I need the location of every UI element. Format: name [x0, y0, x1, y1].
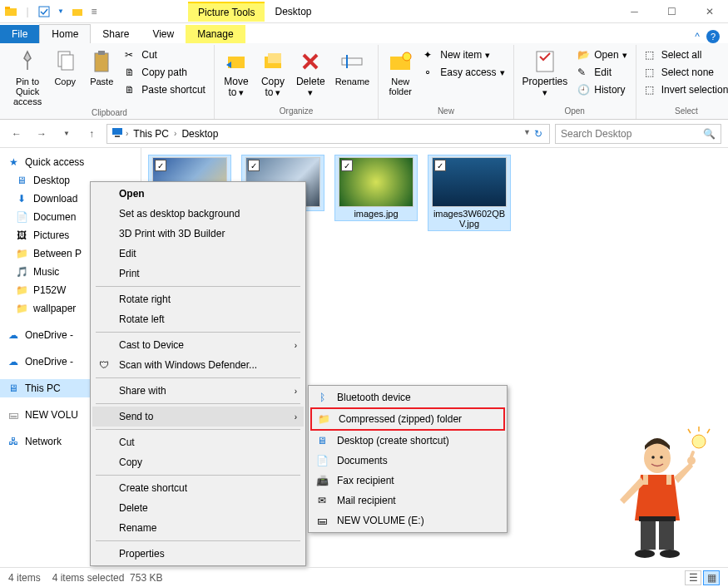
separator: [96, 286, 300, 287]
chevron-icon[interactable]: ›: [126, 129, 128, 138]
menu-create-shortcut[interactable]: Create shortcut: [92, 478, 304, 498]
menu-defender[interactable]: 🛡Scan with Windows Defender...: [92, 355, 304, 375]
up-button[interactable]: ↑: [82, 124, 102, 144]
history-button[interactable]: 🕘History: [574, 81, 630, 98]
menu-rotate-left[interactable]: Rotate left: [92, 309, 304, 329]
file-item[interactable]: ✓ images.jpg: [334, 155, 418, 221]
dropdown-icon[interactable]: ▼: [53, 4, 68, 19]
open-button[interactable]: 📂Open ▾: [574, 47, 630, 63]
sidebar-quick-access[interactable]: ★Quick access: [0, 153, 141, 171]
menu-share-with[interactable]: Share with›: [92, 381, 304, 401]
sendto-fax[interactable]: 📠Fax recipient: [310, 471, 505, 491]
tab-home[interactable]: Home: [39, 24, 91, 43]
network-icon: 🖧: [7, 435, 20, 448]
checkbox-icon[interactable]: [37, 4, 52, 19]
menu-edit[interactable]: Edit: [92, 244, 304, 264]
folder-icon[interactable]: [3, 4, 18, 19]
menu-send-to[interactable]: Send to›: [92, 407, 304, 427]
path-icon: 🗎: [125, 66, 138, 79]
sendto-compressed[interactable]: 📁Compressed (zipped) folder: [310, 407, 505, 431]
checkbox-icon[interactable]: ✓: [248, 160, 260, 171]
dropdown-icon[interactable]: ▼: [523, 128, 531, 140]
icons-view-button[interactable]: ▦: [703, 570, 720, 585]
properties-button[interactable]: Properties ▾: [519, 47, 572, 99]
menu-open[interactable]: Open: [92, 184, 304, 204]
pin-button[interactable]: Pin to Quick access: [10, 47, 45, 108]
menu-rename[interactable]: Rename: [92, 518, 304, 538]
menu-cast[interactable]: Cast to Device›: [92, 335, 304, 355]
sendto-bluetooth[interactable]: ᛒBluetooth device: [310, 387, 505, 407]
edit-button[interactable]: ✎Edit: [574, 64, 630, 81]
delete-icon: [297, 48, 324, 75]
paste-shortcut-button[interactable]: 🗎Paste shortcut: [121, 81, 209, 98]
sendto-documents[interactable]: 📄Documents: [310, 451, 505, 471]
file-item[interactable]: ✓ images3W602QBV.jpg: [428, 155, 511, 231]
menu-copy[interactable]: Copy: [92, 452, 304, 472]
maximize-button[interactable]: ☐: [653, 0, 691, 23]
menu-rotate-right[interactable]: Rotate right: [92, 289, 304, 309]
checkbox-icon[interactable]: ✓: [155, 160, 166, 171]
folder-small-icon[interactable]: [70, 4, 85, 19]
ribbon-group-clipboard: Pin to Quick access Copy Paste ✂Cut 🗎Cop…: [5, 45, 215, 119]
select-all-button[interactable]: ⬚Select all: [641, 47, 728, 63]
collapse-icon[interactable]: ^: [695, 31, 700, 42]
tab-file[interactable]: File: [0, 25, 39, 43]
menu-cut[interactable]: Cut: [92, 432, 304, 452]
ribbon-group-new: New folder ✦New item ▾ ⚬Easy access ▾ Ne…: [379, 45, 513, 119]
ribbon-group-organize: Move to ▾ Copy to ▾ Delete ▾ Rename Orga…: [215, 45, 379, 119]
search-box[interactable]: 🔍: [555, 124, 721, 144]
select-none-button[interactable]: ⬚Select none: [641, 64, 728, 81]
delete-button[interactable]: Delete ▾: [293, 47, 329, 99]
new-item-icon: ✦: [423, 48, 437, 62]
breadcrumb[interactable]: › This PC › Desktop ▼ ↻: [106, 124, 550, 144]
search-input[interactable]: [561, 128, 703, 140]
group-label-open: Open: [519, 106, 631, 117]
rename-button[interactable]: Rename: [332, 47, 374, 88]
close-button[interactable]: ✕: [691, 0, 728, 23]
edit-icon: ✎: [577, 66, 591, 79]
menu-print[interactable]: Print: [92, 264, 304, 284]
folder-icon: 📁: [15, 302, 28, 315]
chevron-icon[interactable]: ›: [174, 129, 176, 138]
checkbox-icon[interactable]: ✓: [434, 160, 446, 171]
sendto-mail[interactable]: ✉Mail recipient: [310, 491, 505, 511]
paste-button[interactable]: Paste: [85, 47, 118, 88]
svg-rect-6: [95, 53, 108, 72]
back-button[interactable]: ←: [7, 124, 27, 144]
sendto-volume[interactable]: 🖴NEW VOLUME (E:): [310, 511, 505, 530]
copy-to-button[interactable]: Copy to ▾: [256, 47, 290, 100]
star-icon: ★: [7, 155, 20, 169]
chevron-right-icon: ›: [295, 387, 297, 396]
menu-3d-print[interactable]: 3D Print with 3D Builder: [92, 224, 304, 244]
breadcrumb-this-pc[interactable]: This PC: [130, 128, 172, 140]
separator: [96, 332, 300, 333]
refresh-icon[interactable]: ↻: [534, 128, 542, 140]
drive-icon: 🖴: [7, 408, 20, 422]
open-icon: 📂: [577, 48, 591, 62]
minimize-button[interactable]: ─: [616, 0, 653, 23]
copy-path-button[interactable]: 🗎Copy path: [121, 64, 209, 81]
tab-view[interactable]: View: [141, 25, 186, 43]
menu-properties[interactable]: Properties: [92, 544, 304, 564]
breadcrumb-desktop[interactable]: Desktop: [178, 128, 221, 140]
search-icon[interactable]: 🔍: [703, 128, 716, 140]
easy-access-button[interactable]: ⚬Easy access ▾: [420, 64, 508, 81]
svg-rect-32: [639, 516, 676, 521]
details-view-button[interactable]: ☰: [685, 570, 701, 585]
help-icon[interactable]: ?: [706, 30, 720, 43]
tab-manage[interactable]: Manage: [186, 25, 245, 43]
recent-dropdown[interactable]: ▼: [57, 124, 77, 144]
cut-button[interactable]: ✂Cut: [121, 47, 209, 63]
sendto-desktop[interactable]: 🖥Desktop (create shortcut): [310, 431, 505, 451]
copy-button[interactable]: Copy: [48, 47, 82, 88]
tab-share[interactable]: Share: [91, 25, 141, 43]
new-item-button[interactable]: ✦New item ▾: [420, 47, 508, 63]
overflow-icon[interactable]: ≡: [87, 4, 102, 19]
move-to-button[interactable]: Move to ▾: [220, 47, 253, 100]
invert-selection-button[interactable]: ⬚Invert selection: [641, 81, 728, 98]
menu-delete[interactable]: Delete: [92, 498, 304, 518]
menu-set-background[interactable]: Set as desktop background: [92, 204, 304, 224]
new-folder-button[interactable]: New folder: [384, 47, 417, 98]
forward-button[interactable]: →: [32, 124, 52, 144]
checkbox-icon[interactable]: ✓: [341, 160, 353, 171]
